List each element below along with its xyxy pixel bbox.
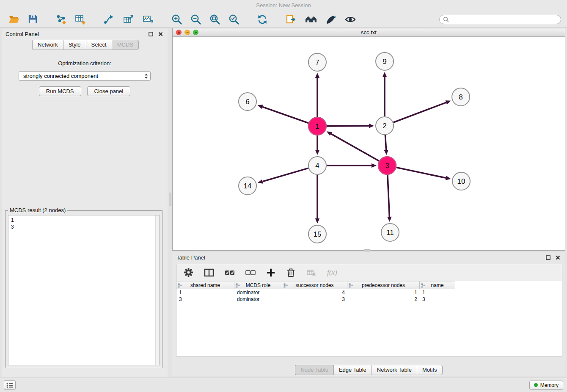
cell-mcds-role[interactable]: dominator	[234, 296, 282, 302]
network-canvas[interactable]: 7968124314101511	[173, 37, 565, 250]
import-table-button[interactable]	[74, 12, 87, 27]
show-hide-button[interactable]	[344, 12, 357, 27]
network-node[interactable]: 10	[452, 172, 470, 190]
memory-button[interactable]: Memory	[529, 381, 563, 390]
cell-name[interactable]: 3	[420, 296, 455, 302]
deselect-all-button[interactable]	[245, 268, 256, 278]
cell-successor-nodes[interactable]: 3	[282, 296, 347, 302]
apply-layout-button[interactable]	[256, 12, 269, 27]
close-panel-button[interactable]	[157, 30, 164, 37]
network-edge[interactable]	[315, 135, 319, 155]
vertical-splitter-handle[interactable]	[169, 193, 171, 206]
search-box[interactable]	[439, 15, 561, 24]
cell-shared-name[interactable]: 1	[176, 290, 234, 295]
tab-edge-table[interactable]: Edge Table	[333, 365, 372, 375]
network-node[interactable]: 14	[239, 177, 256, 195]
network-node[interactable]: 9	[376, 52, 394, 70]
network-node[interactable]: 2	[376, 117, 394, 135]
split-panel-button[interactable]	[204, 268, 214, 278]
network-edge[interactable]	[327, 163, 377, 168]
home-network-button[interactable]	[304, 12, 318, 27]
network-node[interactable]: 8	[452, 88, 470, 106]
network-edge[interactable]	[315, 175, 319, 224]
cell-shared-name[interactable]: 3	[176, 296, 234, 302]
criterion-dropdown[interactable]: strongly connected component	[19, 71, 151, 81]
network-edge[interactable]	[327, 131, 379, 161]
first-neighbors-button[interactable]	[284, 12, 298, 27]
trash-icon	[286, 268, 296, 277]
zoom-selected-button[interactable]	[227, 12, 240, 27]
attribute-icon	[236, 283, 240, 288]
cell-name[interactable]: 1	[420, 290, 455, 295]
tab-node-table[interactable]: Node Table	[295, 365, 333, 375]
cell-mcds-role[interactable]: dominator	[234, 290, 282, 295]
function-builder-button[interactable]: f(x)	[327, 268, 337, 277]
close-window-icon[interactable]	[176, 30, 182, 35]
network-node[interactable]: 4	[308, 157, 326, 174]
import-network-button[interactable]	[54, 12, 68, 27]
task-history-button[interactable]	[4, 380, 16, 390]
column-header-shared-name[interactable]: shared name	[176, 281, 234, 289]
cell-predecessor-nodes[interactable]: 1	[347, 290, 420, 295]
network-edge[interactable]	[258, 168, 308, 184]
network-node[interactable]: 7	[308, 53, 326, 71]
column-header-name[interactable]: name	[420, 281, 455, 289]
tab-style[interactable]: Style	[63, 40, 86, 50]
export-image-button[interactable]	[141, 12, 155, 27]
tab-network[interactable]: Network	[32, 40, 63, 50]
delete-table-icon	[306, 268, 317, 278]
network-node[interactable]: 15	[308, 225, 326, 243]
delete-table-button[interactable]	[306, 268, 317, 278]
maximize-window-icon[interactable]	[193, 30, 198, 35]
network-edge[interactable]	[258, 105, 309, 123]
export-network-button[interactable]	[102, 12, 116, 27]
select-all-button[interactable]	[225, 268, 235, 278]
delete-column-button[interactable]	[286, 268, 296, 277]
table-row[interactable]: 1 dominator 4 1 1	[176, 289, 562, 296]
run-mcds-button[interactable]: Run MCDS	[39, 86, 81, 96]
network-edge[interactable]	[327, 124, 374, 128]
network-edge[interactable]	[384, 135, 388, 155]
column-header-successor-nodes[interactable]: successor nodes	[282, 281, 347, 289]
network-edge[interactable]	[387, 175, 391, 222]
network-node[interactable]: 3	[378, 157, 396, 174]
mcds-result-list[interactable]: 1 3	[8, 215, 160, 365]
zoom-out-button[interactable]	[189, 12, 202, 27]
tab-network-table[interactable]: Network Table	[372, 365, 417, 375]
scrollbar[interactable]	[155, 215, 159, 365]
tab-motifs[interactable]: Motifs	[417, 365, 443, 375]
network-window-titlebar[interactable]: scc.txt	[173, 28, 565, 37]
table-row[interactable]: 3 dominator 3 2 3	[176, 296, 562, 303]
float-panel-icon	[149, 32, 153, 36]
close-table-panel-button[interactable]	[554, 254, 561, 261]
search-input[interactable]	[451, 16, 557, 23]
network-node[interactable]: 1	[308, 117, 326, 135]
network-edge[interactable]	[394, 100, 451, 122]
export-table-button[interactable]	[122, 12, 135, 27]
cell-predecessor-nodes[interactable]: 2	[347, 296, 420, 302]
tab-mcds[interactable]: MCDS	[112, 40, 139, 50]
zoom-in-button[interactable]	[170, 12, 183, 27]
tab-select[interactable]: Select	[86, 40, 112, 50]
network-edge[interactable]	[383, 72, 387, 116]
close-panel-action-button[interactable]: Close panel	[87, 86, 131, 96]
network-edge[interactable]	[396, 168, 451, 180]
network-node[interactable]: 11	[381, 224, 399, 241]
column-header-mcds-role[interactable]: MCDS role	[234, 281, 282, 289]
float-panel-button[interactable]	[147, 30, 154, 37]
cell-successor-nodes[interactable]: 4	[282, 290, 347, 295]
attribute-icon	[421, 283, 426, 288]
float-table-panel-button[interactable]	[545, 254, 551, 261]
save-session-button[interactable]	[27, 12, 39, 27]
zoom-fit-button[interactable]	[208, 12, 221, 27]
mcds-result-title: MCDS result (2 nodes)	[8, 207, 67, 213]
network-edge[interactable]	[315, 73, 319, 117]
minimize-window-icon[interactable]	[184, 30, 190, 35]
horizontal-splitter-handle[interactable]	[364, 249, 371, 251]
network-node[interactable]: 6	[239, 93, 256, 110]
apply-style-button[interactable]	[324, 12, 338, 27]
open-session-button[interactable]	[7, 12, 21, 27]
column-header-predecessor-nodes[interactable]: predecessor nodes	[347, 281, 420, 289]
add-column-button[interactable]	[266, 268, 275, 277]
column-settings-button[interactable]	[184, 268, 193, 277]
